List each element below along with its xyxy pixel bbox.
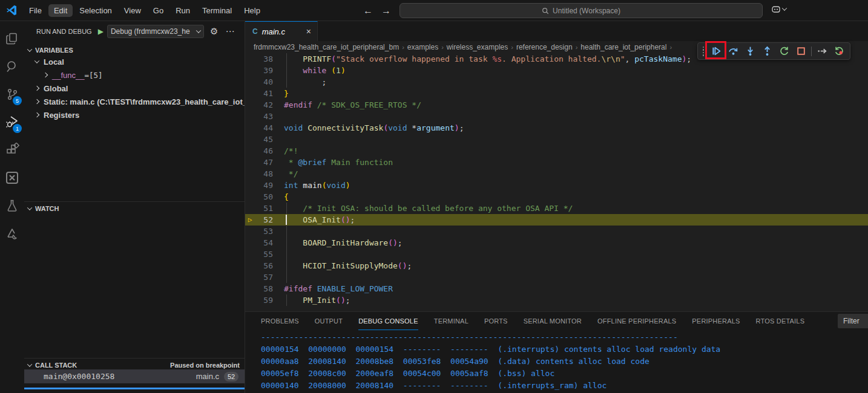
line-number: 45 xyxy=(255,134,273,145)
frame-name: main@0x00010258 xyxy=(44,372,196,381)
gutter[interactable] xyxy=(245,191,255,203)
panel-tab-peripherals[interactable]: PERIPHERALS xyxy=(692,313,740,330)
gutter[interactable] xyxy=(245,88,255,99)
chevron-right-icon xyxy=(35,86,39,91)
gutter[interactable] xyxy=(245,53,255,65)
sidebar-item-source-control[interactable]: 5 xyxy=(0,80,24,108)
chevron-right-icon xyxy=(35,112,39,117)
menu-edit[interactable]: Edit xyxy=(48,4,73,17)
panel-tab-problems[interactable]: PROBLEMS xyxy=(261,313,299,330)
back-arrow-icon[interactable]: ← xyxy=(363,5,373,16)
sidebar-item-test-lab[interactable] xyxy=(0,192,24,219)
menu-run[interactable]: Run xyxy=(170,4,196,17)
gutter[interactable] xyxy=(245,248,255,260)
panel-tab-serial-monitor[interactable]: SERIAL MONITOR xyxy=(524,313,582,330)
restart-button[interactable] xyxy=(775,44,792,59)
menu-help[interactable]: Help xyxy=(238,4,266,17)
debug-badge: 1 xyxy=(13,124,22,133)
filter-input[interactable]: Filter xyxy=(838,314,868,328)
launch-config-dropdown[interactable]: Debug (frdmmcxw23_he xyxy=(107,25,204,38)
code-text: { xyxy=(273,191,868,203)
panel-tab-bar: PROBLEMSOUTPUTDEBUG CONSOLETERMINALPORTS… xyxy=(245,312,868,330)
breadcrumb-item[interactable]: examples xyxy=(407,43,438,51)
code-editor[interactable]: 38 PRINTF("Stack overflow happened in ta… xyxy=(245,53,868,311)
goto-button[interactable] xyxy=(814,44,830,59)
sidebar-item-extensions[interactable] xyxy=(0,136,24,164)
filter-label: Filter xyxy=(843,317,860,325)
gear-icon[interactable]: ⚙ xyxy=(210,26,218,37)
panel-tab-offline-peripherals[interactable]: OFFLINE PERIPHERALS xyxy=(597,313,676,330)
copilot-button[interactable] xyxy=(771,4,786,14)
menu-view[interactable]: View xyxy=(119,4,146,17)
gutter[interactable] xyxy=(245,157,255,168)
panel-tab-rtos-details[interactable]: RTOS DETAILS xyxy=(756,313,805,330)
scope-global[interactable]: Global xyxy=(24,82,245,95)
gutter[interactable] xyxy=(245,271,255,283)
sidebar-item-search[interactable] xyxy=(0,53,24,80)
activity-bar: 5 1 xyxy=(0,21,24,393)
code-line-52: ▷52 OSA_Init(); xyxy=(245,214,868,226)
gutter[interactable] xyxy=(245,145,255,157)
tab-main-c[interactable]: C main.c × xyxy=(245,21,318,41)
scope-static[interactable]: Static: main.c (C:\TEST\frdmmcxw23_healt… xyxy=(24,95,245,108)
stop-button[interactable] xyxy=(792,44,809,59)
menu-terminal[interactable]: Terminal xyxy=(197,4,237,17)
panel-tab-debug-console[interactable]: DEBUG CONSOLE xyxy=(358,313,418,330)
gutter[interactable] xyxy=(245,203,255,214)
command-center[interactable]: Untitled (Workspace) xyxy=(399,3,763,18)
scope-local[interactable]: Local xyxy=(24,55,245,68)
scope-static-label: Static: main.c (C:\TEST\frdmmcxw23_healt… xyxy=(44,97,245,106)
sidebar-item-run-and-debug[interactable]: 1 xyxy=(0,108,24,136)
scope-registers[interactable]: Registers xyxy=(24,108,245,122)
forward-arrow-icon[interactable]: → xyxy=(381,5,391,16)
menu-file[interactable]: File xyxy=(24,4,47,17)
sidebar-item-x-extension[interactable] xyxy=(0,164,24,192)
more-actions-button[interactable]: ⋯ xyxy=(225,26,235,37)
current-stackframe-arrow-icon[interactable]: ▷ xyxy=(245,214,255,226)
gutter[interactable] xyxy=(245,99,255,111)
gutter[interactable] xyxy=(245,168,255,180)
gutter[interactable] xyxy=(245,237,255,248)
gutter[interactable] xyxy=(245,283,255,294)
gutter[interactable] xyxy=(245,111,255,122)
menu-go[interactable]: Go xyxy=(148,4,169,17)
chevron-down-icon xyxy=(782,5,787,10)
code-text: } xyxy=(273,88,868,99)
gutter[interactable] xyxy=(245,122,255,134)
code-line-53: 53 xyxy=(245,226,868,237)
menu-selection[interactable]: Selection xyxy=(74,4,117,17)
step-out-button[interactable] xyxy=(758,44,775,59)
breadcrumb-item[interactable]: reference_design xyxy=(516,43,573,51)
x-box-icon xyxy=(5,171,19,185)
breadcrumb-item[interactable]: wireless_examples xyxy=(447,43,508,51)
sidebar-item-embedded-tools[interactable] xyxy=(0,219,24,247)
call-stack-frame[interactable]: main@0x00010258 main.c 52 xyxy=(24,369,245,383)
step-into-button[interactable] xyxy=(741,44,758,59)
gutter[interactable] xyxy=(245,180,255,191)
breadcrumb-item[interactable]: health_care_iot_peripheral xyxy=(580,43,666,51)
step-out-icon xyxy=(762,46,772,56)
gutter[interactable] xyxy=(245,294,255,306)
gutter[interactable] xyxy=(245,65,255,76)
close-icon[interactable]: × xyxy=(306,27,311,36)
console-line: 00005ef8 20008c00 2000eaf8 00054c00 0005… xyxy=(261,368,868,380)
panel-tab-output[interactable]: OUTPUT xyxy=(315,313,343,330)
watch-title: WATCH xyxy=(35,205,59,212)
reset-device-button[interactable] xyxy=(830,44,847,59)
panel-tab-terminal[interactable]: TERMINAL xyxy=(434,313,469,330)
variable-func[interactable]: __func__ = [5] xyxy=(24,68,245,82)
start-debug-button[interactable]: ▶ xyxy=(98,27,104,36)
panel-tab-ports[interactable]: PORTS xyxy=(484,313,508,330)
step-over-button[interactable] xyxy=(725,44,741,59)
breadcrumb-item[interactable]: frdmmcxw23_health_care_iot_peripheral_bm xyxy=(254,43,399,51)
gutter[interactable] xyxy=(245,134,255,145)
gutter[interactable] xyxy=(245,260,255,271)
paused-status: Paused on breakpoint xyxy=(170,362,240,369)
gutter[interactable] xyxy=(245,226,255,237)
code-text: BOARD_InitHardware(); xyxy=(273,237,868,248)
watch-section-header[interactable]: WATCH xyxy=(24,201,245,215)
sidebar-item-explorer[interactable] xyxy=(0,25,24,53)
search-icon xyxy=(542,7,549,15)
code-text xyxy=(273,248,868,260)
gutter[interactable] xyxy=(245,76,255,88)
